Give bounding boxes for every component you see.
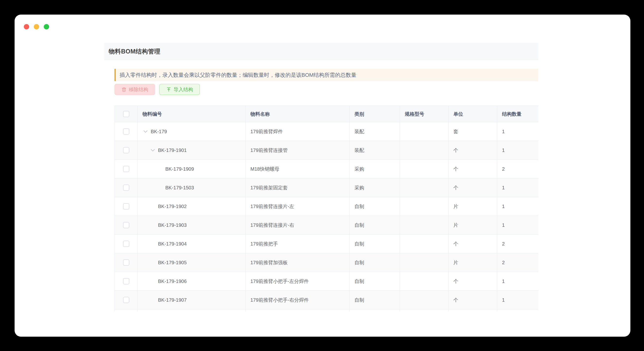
spec-cell <box>400 141 448 160</box>
unit-cell: 片 <box>448 216 497 234</box>
row-checkbox[interactable] <box>123 184 129 191</box>
category-cell: 自制 <box>350 291 400 310</box>
panel-content: 插入零件结构时，录入数量会乘以父阶零件的数量；编辑数量时，修改的是该BOM结构所… <box>114 69 538 312</box>
material-code-cell: BK-179-1901 <box>138 141 246 160</box>
app-window: 物料BOM结构管理 插入零件结构时，录入数量会乘以父阶零件的数量；编辑数量时，修… <box>14 14 630 337</box>
page-header: 物料BOM结构管理 <box>104 43 538 60</box>
spec-cell <box>400 178 448 197</box>
row-checkbox-cell <box>115 272 138 291</box>
table-row: BK-179 179前推臂焊件 装配 套 1 <box>115 122 538 141</box>
row-checkbox[interactable] <box>123 278 129 284</box>
column-header-unit: 单位 <box>448 106 497 122</box>
row-checkbox[interactable] <box>123 222 129 228</box>
material-code-cell: BK-179-1909 <box>138 160 246 178</box>
material-code: BK-179-1903 <box>158 222 187 228</box>
row-checkbox[interactable] <box>123 297 129 303</box>
minimize-window-icon[interactable] <box>34 24 39 30</box>
row-checkbox[interactable] <box>123 203 129 210</box>
table-row: BK-179-1904 179前推把手 自制 个 2 <box>115 234 538 253</box>
screen: 物料BOM结构管理 插入零件结构时，录入数量会乘以父阶零件的数量；编辑数量时，修… <box>0 0 644 351</box>
material-name-cell: 179前推臂连接片-右 <box>246 216 350 234</box>
table-row: BK-179-1909 M18快销螺母 采购 个 2 <box>115 160 538 178</box>
table-row-partial <box>115 310 538 312</box>
row-checkbox-cell <box>115 291 138 310</box>
column-header-spec: 规格型号 <box>400 106 448 122</box>
row-checkbox[interactable] <box>123 128 129 135</box>
close-window-icon[interactable] <box>24 24 29 30</box>
material-code: BK-179-1907 <box>158 297 187 303</box>
row-checkbox-cell <box>115 178 138 197</box>
import-structure-button[interactable]: 导入结构 <box>159 84 200 95</box>
row-checkbox[interactable] <box>123 241 129 247</box>
material-code: BK-179-1901 <box>158 148 187 153</box>
toolbar: 移除结构 导入结构 <box>114 84 538 95</box>
category-cell: 采购 <box>350 178 400 197</box>
material-name-cell: 179前推臂连接管 <box>246 141 350 160</box>
caret-slot <box>151 149 158 152</box>
chevron-down-icon[interactable] <box>151 149 155 152</box>
unit-cell: 套 <box>448 122 497 141</box>
material-code-cell: BK-179-1903 <box>138 216 246 234</box>
material-name-cell: 179前推臂加强板 <box>246 253 350 272</box>
column-header-code: 物料编号 <box>138 106 246 122</box>
unit-cell: 个 <box>448 160 497 178</box>
row-checkbox[interactable] <box>123 259 129 266</box>
category-cell: 自制 <box>350 234 400 253</box>
material-code: BK-179-1902 <box>158 204 187 209</box>
unit-cell: 个 <box>448 141 497 160</box>
row-checkbox-cell <box>115 160 138 178</box>
unit-cell: 片 <box>448 197 497 216</box>
material-code: BK-179-1904 <box>158 241 187 247</box>
table-header-row: 物料编号 物料名称 类别 规格型号 单位 结构数量 <box>115 106 538 122</box>
category-cell: 自制 <box>350 197 400 216</box>
material-name-cell: 179前推臂连接片-左 <box>246 197 350 216</box>
table-row: BK-179-1903 179前推臂连接片-右 自制 片 1 <box>115 216 538 234</box>
spec-cell <box>400 253 448 272</box>
table-row: BK-179-1902 179前推臂连接片-左 自制 片 1 <box>115 197 538 216</box>
qty-cell: 1 <box>497 197 538 216</box>
material-code-cell: BK-179-1906 <box>138 272 246 291</box>
table-row: BK-179-1907 179前推臂小把手-右分焊件 自制 个 1 <box>115 291 538 310</box>
import-structure-label: 导入结构 <box>174 87 193 92</box>
spec-cell <box>400 272 448 291</box>
row-checkbox[interactable] <box>123 147 129 154</box>
bom-table-container: 物料编号 物料名称 类别 规格型号 单位 结构数量 <box>114 106 538 312</box>
page-title: 物料BOM结构管理 <box>109 48 160 56</box>
remove-structure-label: 移除结构 <box>129 87 148 92</box>
row-checkbox-cell <box>115 141 138 160</box>
material-code-cell: BK-179-1905 <box>138 253 246 272</box>
qty-cell: 1 <box>497 122 538 141</box>
unit-cell: 片 <box>448 253 497 272</box>
qty-cell: 2 <box>497 253 538 272</box>
row-checkbox-cell <box>115 253 138 272</box>
info-banner: 插入零件结构时，录入数量会乘以父阶零件的数量；编辑数量时，修改的是该BOM结构所… <box>114 69 538 81</box>
select-all-checkbox[interactable] <box>123 111 129 117</box>
material-code-cell: BK-179-1907 <box>138 291 246 310</box>
qty-cell: 1 <box>497 178 538 197</box>
category-cell: 装配 <box>350 122 400 141</box>
spec-cell <box>400 197 448 216</box>
category-cell: 自制 <box>350 216 400 234</box>
material-code-cell: BK-179 <box>138 122 246 141</box>
chevron-down-icon[interactable] <box>144 130 148 133</box>
material-name-cell: M18快销螺母 <box>246 160 350 178</box>
material-name-cell: 179前推臂焊件 <box>246 122 350 141</box>
category-cell: 自制 <box>350 253 400 272</box>
bom-panel: 物料BOM结构管理 插入零件结构时，录入数量会乘以父阶零件的数量；编辑数量时，修… <box>104 43 538 312</box>
material-code-cell: BK-179-1904 <box>138 234 246 253</box>
row-checkbox[interactable] <box>123 166 129 172</box>
header-checkbox-cell <box>115 106 138 122</box>
row-checkbox-cell <box>115 234 138 253</box>
material-code: BK-179-1906 <box>158 278 187 284</box>
row-checkbox-cell <box>115 122 138 141</box>
material-code: BK-179-1909 <box>165 166 194 172</box>
trash-icon <box>121 87 127 92</box>
unit-cell: 个 <box>448 178 497 197</box>
remove-structure-button[interactable]: 移除结构 <box>114 84 155 95</box>
category-cell: 装配 <box>350 141 400 160</box>
zoom-window-icon[interactable] <box>44 24 49 30</box>
category-cell: 采购 <box>350 160 400 178</box>
material-code: BK-179-1905 <box>158 260 187 266</box>
row-checkbox-cell <box>115 216 138 234</box>
row-checkbox-cell <box>115 197 138 216</box>
